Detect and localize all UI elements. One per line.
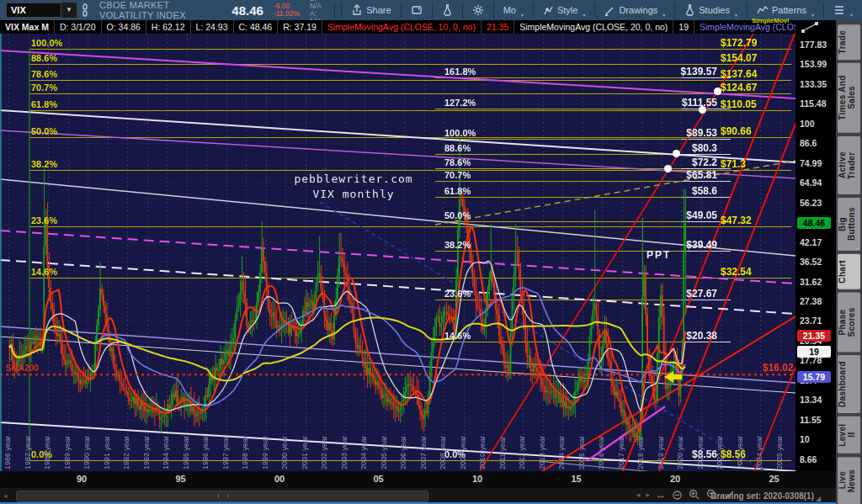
sidebar-tab-dashboard[interactable]: Dashboard (838, 355, 860, 413)
toolbar-divider (747, 3, 748, 18)
chart-style-icon (543, 5, 554, 16)
time-axis[interactable]: 9095000510152025 (0, 471, 836, 488)
axis-scale-icon (801, 22, 819, 33)
pan-right-icon[interactable]: ▸ (646, 491, 650, 499)
reset-zoom-icon[interactable] (672, 490, 683, 501)
ohlc-field-5[interactable]: R: 37.19 (278, 20, 322, 34)
pencil-icon (604, 5, 615, 16)
quick-study-button[interactable] (436, 0, 459, 20)
chart-left-edge (0, 34, 2, 471)
ohlc-field-1[interactable]: O: 34.86 (102, 20, 146, 34)
price-axis-tick: 153.99 (800, 59, 827, 69)
decade-label-10: 10 (472, 474, 482, 484)
price-axis-tick: 56.23 (800, 198, 822, 208)
symbol-dropdown-button[interactable]: ▼ (61, 2, 77, 19)
toolbar-divider (341, 3, 342, 18)
price-axis-tick: 177.83 (800, 40, 827, 50)
hamburger-menu-icon (833, 5, 845, 15)
studies-button[interactable]: Studies ▾ (678, 0, 743, 20)
share-button[interactable]: Share (345, 0, 396, 20)
ohlc-field-2[interactable]: H: 62.12 (146, 20, 191, 34)
share-label: Share (366, 5, 391, 15)
ohlc-field-0[interactable]: D: 3/1/20 (55, 20, 102, 34)
alerts-button[interactable] (405, 0, 428, 20)
toolbar-divider (401, 3, 402, 18)
sidebar-tab-big-buttons[interactable]: Big Buttons (838, 198, 860, 251)
chart-menu-button[interactable]: ▾ (827, 0, 859, 20)
price-axis-tick: 115.48 (800, 98, 827, 109)
timeframe-button[interactable]: Mo ▾ (498, 0, 529, 20)
style-label: Style (557, 5, 577, 15)
chart-canvas[interactable] (0, 34, 795, 471)
clipped-study-label: SimpleMovingAvg (752, 17, 789, 24)
price-axis-tick: 13.34 (800, 395, 822, 405)
share-icon (351, 4, 363, 16)
price-badge-15.79: 15.79 (797, 371, 831, 383)
ohlc-status-row: VIX Max MD: 3/1/20O: 34.86H: 62.12L: 24.… (0, 20, 836, 34)
ohlc-field-4[interactable]: C: 48.46 (234, 20, 279, 34)
sidebar-tab-chart[interactable]: Chart (838, 254, 860, 289)
decade-label-00: 00 (274, 474, 285, 484)
sidebar-tab-level-ii[interactable]: Level II (838, 416, 860, 454)
study-label-1[interactable]: SimpleMovingAvg (CLOSE, 20, 0, no) (514, 20, 673, 34)
gear-icon (472, 4, 484, 16)
change-percent: -11.02% (274, 10, 300, 18)
chevron-down-icon: ▾ (583, 12, 585, 20)
price-axis-tick: 31.62 (800, 277, 822, 287)
price-axis-tick: 100 (800, 119, 815, 129)
price-axis[interactable]: 177.83153.99133.35115.4810086.674.9964.9… (795, 34, 836, 471)
note-icon (411, 4, 423, 16)
decade-label-95: 95 (176, 474, 186, 484)
gadget-sidebar: TradeTimes And SalesActive TraderBig But… (836, 20, 862, 504)
price-axis-tick: 74.99 (800, 158, 822, 168)
decade-label-15: 15 (572, 474, 582, 484)
style-button[interactable]: Style ▾ (537, 0, 591, 20)
drawings-button[interactable]: Drawings ▾ (599, 0, 671, 20)
study-label-0[interactable]: SimpleMovingAvg (CLOSE, 10, 0, no) (322, 20, 482, 34)
expand-horizontal-icon[interactable]: ↔ (656, 489, 666, 501)
settings-button[interactable] (466, 0, 490, 20)
price-badge-48.46: 48.46 (797, 217, 831, 229)
price-axis-tick: 64.94 (800, 178, 822, 188)
price-axis-tick: 36.52 (800, 257, 822, 267)
flask-icon (684, 4, 695, 16)
chart-area: 0.0%$8.5614.6%$32.5423.6%$47.3238.2%$71.… (0, 34, 795, 471)
studies-label: Studies (699, 5, 730, 15)
sidebar-tab-active-trader[interactable]: Active Trader (838, 136, 860, 194)
study-value-1[interactable]: 19 (673, 20, 694, 34)
decade-label-90: 90 (77, 474, 87, 484)
sidebar-tab-phase-scores[interactable]: Phase Scores (838, 293, 860, 353)
last-price: 48.46 (231, 3, 263, 18)
chart-title[interactable]: VIX Max M (0, 20, 55, 34)
patterns-label: Patterns (772, 5, 806, 15)
sidebar-tab-live-news[interactable]: Live News (838, 457, 860, 504)
chain-link-icon (81, 3, 89, 17)
price-axis-header[interactable] (795, 20, 836, 34)
pan-left-icon[interactable]: ◂ (636, 491, 641, 499)
chart-scrollbar[interactable] (16, 491, 428, 502)
chevron-down-icon: ▾ (521, 12, 524, 20)
trading-app-window: VIX ▼ CBOE MARKET VOLATILITY INDEX 48.46… (0, 0, 862, 504)
symbol-box: VIX ▼ (6, 2, 77, 19)
sidebar-tab-times-and-sales[interactable]: Times And Sales (838, 63, 860, 133)
ohlc-field-3[interactable]: L: 24.93 (191, 20, 234, 34)
symbol-description: CBOE MARKET VOLATILITY INDEX (99, 0, 220, 20)
sidebar-tab-trade[interactable]: Trade (838, 24, 860, 60)
link-charts-button[interactable] (77, 0, 93, 20)
chevron-down-icon: ▾ (735, 12, 737, 20)
symbol-input[interactable]: VIX (6, 3, 61, 18)
price-axis-tick: 27.38 (800, 296, 822, 306)
top-toolbar: VIX ▼ CBOE MARKET VOLATILITY INDEX 48.46… (0, 0, 862, 20)
resize-corner-icon (816, 496, 821, 501)
study-value-0[interactable]: 21.35 (482, 20, 514, 34)
zoom-in-icon[interactable] (689, 489, 700, 501)
toolbar-divider (334, 3, 335, 18)
toolbar-divider (823, 3, 824, 18)
chevron-down-icon: ▾ (811, 12, 814, 20)
price-badge-21.35: 21.35 (797, 330, 831, 342)
price-axis-tick: 133.35 (800, 79, 827, 89)
drawing-set-label[interactable]: Drawing set: 2020-0308(1) (710, 491, 814, 501)
chevron-down-icon: ▾ (662, 12, 665, 20)
flask-icon (442, 4, 453, 16)
scroll-left-icon[interactable]: ◂ (3, 491, 8, 500)
